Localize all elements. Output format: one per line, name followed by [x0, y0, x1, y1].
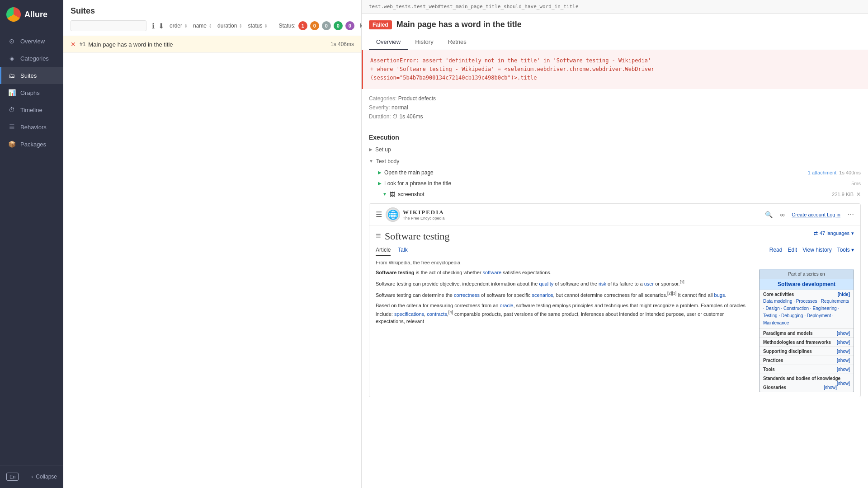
wiki-link-contracts[interactable]: contracts [427, 311, 447, 317]
wiki-action-edit[interactable]: Edit [788, 247, 797, 256]
wiki-link-maintenance[interactable]: Maintenance [763, 320, 789, 325]
step-look-for-phrase[interactable]: ▶ Look for a phrase in the title 5ms [369, 178, 861, 189]
categories-row: Categories: Product defects [369, 95, 861, 102]
screenshot-expand-icon[interactable]: ▼ [382, 192, 387, 197]
wiki-text-col: Software testing is the act of checking … [376, 269, 754, 392]
sort-duration-button[interactable]: duration [217, 23, 242, 29]
screenshot-name: screenshot [398, 191, 829, 197]
wiki-article-title: Software testing [385, 230, 450, 242]
wiki-box-hide-btn[interactable]: [hide] [838, 292, 850, 297]
step-1-attachment[interactable]: 1 attachment [808, 170, 837, 175]
tab-overview[interactable]: Overview [369, 35, 408, 50]
wiki-action-read[interactable]: Read [769, 247, 783, 256]
wiki-link-debugging[interactable]: Debugging [781, 313, 803, 318]
wiki-link-deployment[interactable]: Deployment [807, 313, 831, 318]
status-failed-count: 1 [298, 21, 307, 30]
set-up-header[interactable]: ▶ Set up [369, 144, 861, 155]
wiki-create-account-link[interactable]: Create account Log in [792, 212, 840, 217]
test-body-header[interactable]: ▼ Test body [369, 155, 861, 167]
wiki-box-standards-show[interactable]: [show] [837, 381, 850, 386]
wiki-link-oracle[interactable]: oracle [500, 303, 514, 308]
sidebar-item-suites[interactable]: 🗂 Suites [0, 67, 63, 84]
wiki-box-title[interactable]: Software development [760, 279, 854, 290]
sort-name-button[interactable]: name [193, 23, 212, 29]
wiki-tabs: Article Talk Read Edit View history Tool… [376, 247, 854, 256]
sidebar-label-suites: Suites [20, 72, 37, 79]
wiki-link-software[interactable]: software [483, 270, 502, 275]
status-unknown-count: 0 [345, 21, 354, 30]
wiki-tab-article[interactable]: Article [376, 247, 391, 256]
sidebar-item-overview[interactable]: ⊙ Overview [0, 33, 63, 50]
wiki-link-engineering[interactable]: Engineering [813, 306, 837, 311]
info-icon-button[interactable]: ℹ [152, 22, 155, 30]
sidebar-item-categories[interactable]: ◈ Categories [0, 50, 63, 67]
wiki-link-specifications[interactable]: specifications [394, 311, 424, 317]
wiki-logo-subtitle: The Free Encyclopedia [403, 216, 445, 221]
sidebar-label-categories: Categories [20, 55, 49, 62]
wiki-box-methodologies-show[interactable]: [show] [837, 340, 850, 345]
chevron-down-icon: ▾ [851, 230, 854, 236]
step-1-name: Open the main page [384, 169, 803, 176]
two-panel: Suites ℹ ⬇ order name duration status St… [63, 0, 868, 488]
screenshot-row: ▼ 🖼 screenshot 221.9 KiB ✕ [369, 189, 861, 200]
wiki-box-supporting-show[interactable]: [show] [837, 349, 850, 354]
wiki-box-glossaries-title: Glossaries [763, 385, 786, 390]
language-badge[interactable]: En [6, 473, 19, 481]
wiki-lang-button[interactable]: ⇄ 47 languages ▾ [814, 230, 854, 236]
app-title: Allure [24, 10, 47, 19]
wiki-link-risk[interactable]: risk [599, 281, 606, 286]
sidebar-label-timeline: Timeline [20, 107, 42, 113]
sidebar-item-behaviors[interactable]: ☰ Behaviors [0, 118, 63, 136]
sidebar-item-timeline[interactable]: ⏱ Timeline [0, 101, 63, 118]
wiki-search-icon: 🔍 [765, 211, 773, 218]
sort-status-button[interactable]: status [248, 23, 268, 29]
lang-count: 47 languages [820, 230, 849, 236]
duration-value: 1s 406ms [399, 113, 423, 120]
sidebar-item-graphs[interactable]: 📊 Graphs [0, 84, 63, 101]
wiki-link-bugs[interactable]: bugs [714, 292, 725, 298]
wiki-link-data-modeling[interactable]: Data modeling [763, 299, 792, 304]
wiki-link-correctness[interactable]: correctness [454, 292, 480, 298]
wiki-link-requirements[interactable]: Requirements [821, 299, 849, 304]
wiki-box-practices-title: Practices [763, 358, 783, 363]
wiki-tab-talk[interactable]: Talk [398, 247, 407, 256]
screenshot-size: 221.9 KiB [832, 192, 854, 197]
wiki-link-construction[interactable]: Construction [783, 306, 809, 311]
sidebar-item-packages[interactable]: 📦 Packages [0, 136, 63, 153]
tab-retries[interactable]: Retries [441, 35, 474, 50]
sidebar: Allure ⊙ Overview ◈ Categories 🗂 Suites … [0, 0, 63, 488]
status-skipped-count: 0 [322, 21, 331, 30]
wiki-action-tools[interactable]: Tools ▾ [837, 247, 854, 256]
sidebar-nav: ⊙ Overview ◈ Categories 🗂 Suites 📊 Graph… [0, 29, 63, 465]
wiki-article-header: ☰ Software testing ⇄ 47 languages ▾ [376, 230, 854, 242]
wiki-box-glossaries-show[interactable]: [show] [824, 385, 837, 390]
wiki-link-processes[interactable]: Processes [796, 299, 817, 304]
wiki-link-quality[interactable]: quality [539, 281, 553, 286]
wiki-box-paradigms-show[interactable]: [show] [837, 331, 850, 336]
wiki-link-user[interactable]: user [644, 281, 654, 286]
wiki-ref-2: [2][3] [667, 291, 676, 296]
chevron-left-icon: ‹ [31, 474, 33, 480]
wiki-box-core-title: Core activities [hide] [763, 292, 850, 297]
wiki-box-tools-show[interactable]: [show] [837, 367, 850, 372]
download-icon-button[interactable]: ⬇ [158, 22, 164, 30]
step-open-main-page[interactable]: ▶ Open the main page 1 attachment 1s 400… [369, 167, 861, 178]
app-logo[interactable]: Allure [0, 0, 63, 29]
wiki-box-section-core: Core activities [hide] Data modeling · P… [760, 290, 854, 328]
sidebar-label-behaviors: Behaviors [20, 124, 47, 131]
collapse-button[interactable]: ‹ Collapse [31, 474, 57, 480]
graphs-icon: 📊 [8, 89, 16, 97]
wiki-menu-icon: ☰ [376, 210, 382, 219]
wiki-action-view-history[interactable]: View history [802, 247, 831, 256]
screenshot-close-icon[interactable]: ✕ [856, 191, 861, 197]
search-input[interactable] [71, 20, 146, 31]
wiki-link-testing[interactable]: Testing [763, 313, 778, 318]
sort-order-button[interactable]: order [170, 23, 188, 29]
wiki-box-practices-show[interactable]: [show] [837, 358, 850, 363]
toolbar-icons: ℹ ⬇ [152, 22, 164, 30]
wiki-link-design[interactable]: Design [766, 306, 780, 311]
tab-history[interactable]: History [408, 35, 440, 50]
sidebar-label-packages: Packages [20, 141, 46, 148]
test-row[interactable]: ✕ #1 Main page has a word in the title 1… [63, 36, 361, 53]
wiki-link-scenarios[interactable]: scenarios [532, 292, 553, 298]
